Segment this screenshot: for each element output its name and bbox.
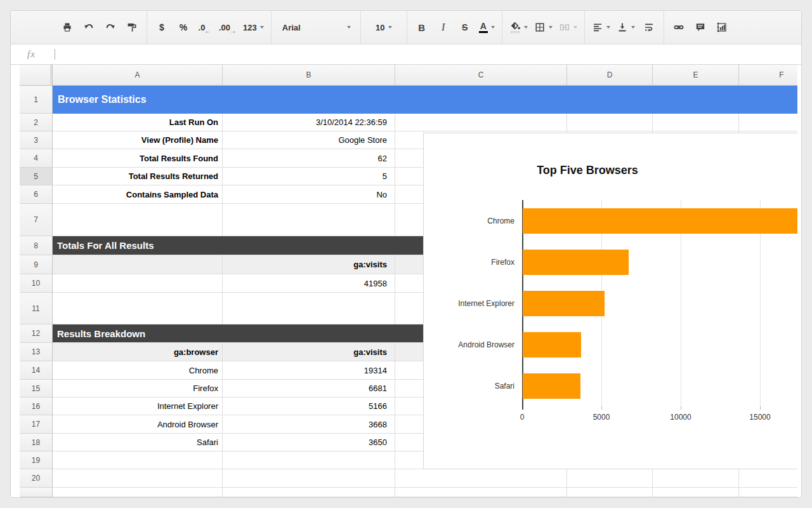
row-header-1[interactable]: 1	[20, 86, 53, 114]
decrease-decimal-button[interactable]: .0←	[195, 15, 215, 39]
cell-A20[interactable]	[53, 469, 223, 488]
number-format-button[interactable]: 123	[240, 15, 266, 39]
cell-D20[interactable]	[567, 469, 653, 488]
cell-A10[interactable]	[53, 274, 223, 293]
row-header-7[interactable]: 7	[20, 204, 53, 236]
row-header-5[interactable]: 5	[20, 168, 53, 185]
row-header-21[interactable]	[20, 488, 53, 497]
insert-link-button[interactable]	[669, 15, 689, 39]
text-wrap-button[interactable]	[639, 15, 659, 39]
paint-format-button[interactable]	[122, 15, 142, 39]
cell-B5[interactable]: 5	[223, 168, 395, 185]
col-header-F[interactable]: F	[739, 65, 797, 86]
col-header-C[interactable]: C	[395, 65, 567, 86]
redo-button[interactable]	[100, 15, 121, 39]
strikethrough-button[interactable]: S	[455, 15, 475, 39]
cell-A21[interactable]	[53, 488, 223, 497]
col-header-B[interactable]: B	[223, 65, 395, 86]
row-header-6[interactable]: 6	[20, 185, 53, 204]
font-size-select[interactable]: 10	[365, 15, 402, 39]
increase-decimal-button[interactable]: .00→	[216, 15, 239, 39]
cell-A7[interactable]	[53, 204, 223, 236]
row-header-12[interactable]: 12	[20, 324, 53, 343]
horizontal-align-button[interactable]	[589, 15, 613, 39]
cell-B3[interactable]: Google Store	[223, 131, 395, 149]
merge-cells-button[interactable]	[556, 15, 580, 39]
formula-input[interactable]	[55, 44, 801, 64]
italic-button[interactable]: I	[433, 15, 454, 39]
cell-A3[interactable]: View (Profile) Name	[53, 131, 223, 149]
borders-button[interactable]	[532, 15, 555, 39]
undo-button[interactable]	[79, 15, 99, 39]
cell-A17[interactable]: Android Browser	[53, 415, 223, 434]
vertical-align-button[interactable]	[614, 15, 638, 39]
cell-B15[interactable]: 6681	[223, 380, 395, 398]
cell-C2[interactable]	[395, 114, 567, 131]
cell-A4[interactable]: Total Results Found	[53, 149, 223, 168]
cell-A14[interactable]: Chrome	[53, 361, 223, 380]
row-header-11[interactable]: 11	[20, 293, 53, 324]
cell-A15[interactable]: Firefox	[53, 380, 223, 398]
cell-A9[interactable]	[53, 255, 223, 274]
row-header-19[interactable]: 19	[20, 451, 53, 469]
bold-button[interactable]: B	[412, 15, 432, 39]
cell-B18[interactable]: 3650	[223, 434, 395, 451]
print-button[interactable]	[57, 15, 77, 39]
cell-A2[interactable]: Last Run On	[53, 114, 223, 131]
cell-A13[interactable]: ga:browser	[53, 343, 223, 361]
cell-C20[interactable]	[395, 469, 567, 488]
col-header-D[interactable]: D	[567, 65, 653, 86]
cell-C21[interactable]	[395, 488, 567, 497]
cell-B17[interactable]: 3668	[223, 415, 395, 434]
cell-B10[interactable]: 41958	[223, 274, 395, 293]
row-header-4[interactable]: 4	[20, 149, 53, 168]
cell-E21[interactable]	[653, 488, 739, 497]
cell-B9[interactable]: ga:visits	[223, 255, 395, 274]
cell-A6[interactable]: Contains Sampled Data	[53, 185, 223, 204]
row-header-16[interactable]: 16	[20, 398, 53, 415]
row-header-3[interactable]: 3	[20, 131, 53, 149]
cell-A19[interactable]	[53, 451, 223, 469]
cell-B2[interactable]: 3/10/2014 22:36:59	[223, 114, 395, 131]
cell-B21[interactable]	[223, 488, 395, 497]
row-header-9[interactable]: 9	[20, 255, 53, 274]
cell-B11[interactable]	[223, 293, 395, 324]
embedded-chart[interactable]: Top Five Browsers050001000015000ChromeFi…	[423, 133, 797, 469]
cell-F21[interactable]	[739, 488, 797, 497]
insert-comment-button[interactable]	[690, 15, 710, 39]
cell-D2[interactable]	[567, 114, 653, 131]
fill-color-button[interactable]	[507, 15, 530, 39]
cell-B4[interactable]: 62	[223, 149, 395, 168]
col-header-E[interactable]: E	[653, 65, 739, 86]
row-header-8[interactable]: 8	[20, 236, 53, 255]
cell-B19[interactable]	[223, 451, 395, 469]
cell-B16[interactable]: 5166	[223, 398, 395, 415]
percent-format-button[interactable]: %	[173, 15, 193, 39]
cell-F20[interactable]	[739, 469, 797, 488]
cell-D21[interactable]	[567, 488, 653, 497]
insert-chart-button[interactable]	[712, 15, 732, 39]
row-header-18[interactable]: 18	[20, 434, 53, 451]
currency-format-button[interactable]: $	[152, 15, 172, 39]
row-header-14[interactable]: 14	[20, 361, 53, 380]
font-family-select[interactable]: Arial	[276, 15, 356, 39]
cell-B14[interactable]: 19314	[223, 361, 395, 380]
text-color-button[interactable]: A	[476, 15, 497, 39]
cell-A5[interactable]: Total Results Returned	[53, 168, 223, 185]
row-header-13[interactable]: 13	[20, 343, 53, 361]
cell-A1[interactable]: Browser Statistics	[53, 86, 797, 114]
col-header-A[interactable]: A	[53, 65, 223, 86]
cell-E20[interactable]	[653, 469, 739, 488]
row-header-15[interactable]: 15	[20, 380, 53, 398]
cell-A16[interactable]: Internet Explorer	[53, 398, 223, 415]
row-header-17[interactable]: 17	[20, 415, 53, 434]
cell-A18[interactable]: Safari	[53, 434, 223, 451]
cell-B13[interactable]: ga:visits	[223, 343, 395, 361]
cell-A11[interactable]	[53, 293, 223, 324]
cell-E2[interactable]	[653, 114, 739, 131]
row-header-10[interactable]: 10	[20, 274, 53, 293]
select-all-corner[interactable]	[20, 65, 53, 86]
cell-B20[interactable]	[223, 469, 395, 488]
row-header-2[interactable]: 2	[20, 114, 53, 131]
cell-B7[interactable]	[223, 204, 395, 236]
